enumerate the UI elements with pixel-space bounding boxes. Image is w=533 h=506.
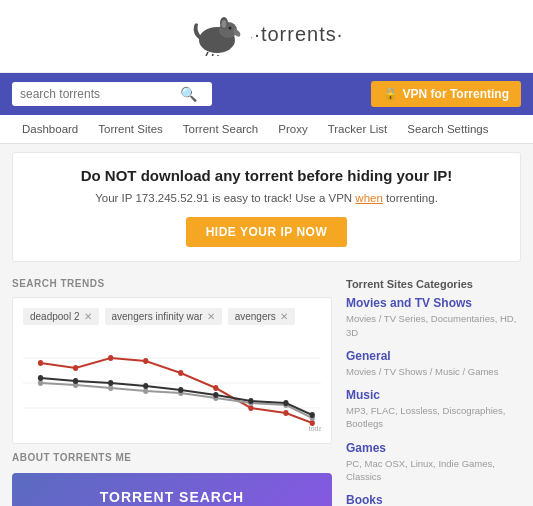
cat-link-1[interactable]: General [346, 349, 521, 363]
logo-text: ··torrents· [250, 23, 344, 46]
cat-item-1: General Movies / TV Shows / Music / Game… [346, 349, 521, 378]
svg-point-34 [213, 392, 218, 398]
about-box: TORRENT SEARCH Torrents.me combines popu… [12, 473, 332, 506]
warning-banner: Do NOT download any torrent before hidin… [12, 152, 521, 262]
cat-desc-2: MP3, FLAC, Lossless, Discographies, Boot… [346, 404, 521, 431]
chart-line-gray [41, 383, 313, 418]
search-input[interactable] [20, 87, 180, 101]
search-input-wrap: 🔍 [12, 82, 212, 106]
logo-icon [190, 12, 244, 56]
cat-desc-3: PC, Mac OSX, Linux, Indie Games, Classic… [346, 457, 521, 484]
nav-item-settings[interactable]: Search Settings [397, 115, 498, 143]
cat-desc-1: Movies / TV Shows / Music / Games [346, 365, 521, 378]
nav-item-search[interactable]: Torrent Search [173, 115, 268, 143]
cat-desc-0: Movies / TV Series, Documentaries, HD, 3… [346, 312, 521, 339]
trend-tag-1: avengers infinity war ✕ [105, 308, 222, 325]
search-button[interactable]: 🔍 [180, 86, 197, 102]
trend-remove-1[interactable]: ✕ [207, 311, 215, 322]
nav-list: Dashboard Torrent Sites Torrent Search P… [12, 115, 521, 143]
trends-box: deadpool 2 ✕ avengers infinity war ✕ ave… [12, 297, 332, 444]
header: ··torrents· [0, 0, 533, 73]
svg-point-31 [108, 380, 113, 386]
trend-tag-label-1: avengers infinity war [112, 311, 203, 322]
svg-text:today: today [309, 424, 321, 433]
chart-line-dark [41, 378, 313, 415]
svg-point-12 [73, 365, 78, 371]
left-column: SEARCH TRENDS deadpool 2 ✕ avengers infi… [12, 270, 332, 506]
vpn-link[interactable]: when [355, 192, 383, 204]
svg-line-5 [206, 52, 208, 56]
about-section-title: ABOUT TORRENTS ME [12, 452, 332, 463]
cat-link-2[interactable]: Music [346, 388, 521, 402]
vpn-button-label: VPN for Torrenting [403, 87, 509, 101]
hide-ip-button[interactable]: HIDE YOUR IP NOW [186, 217, 348, 247]
chart-svg: today [23, 333, 321, 433]
trend-tag-2: avengers ✕ [228, 308, 295, 325]
svg-point-3 [221, 20, 226, 28]
svg-point-37 [310, 412, 315, 418]
svg-point-33 [178, 387, 183, 393]
svg-point-36 [283, 400, 288, 406]
trend-tag-label-2: avengers [235, 311, 276, 322]
about-title: TORRENT SEARCH [28, 489, 316, 505]
svg-point-35 [248, 398, 253, 404]
trend-remove-2[interactable]: ✕ [280, 311, 288, 322]
cat-item-4: Books E-Books, Audiobooks, Magazines, Tu… [346, 493, 521, 506]
svg-point-32 [143, 383, 148, 389]
cat-item-2: Music MP3, FLAC, Lossless, Discographies… [346, 388, 521, 431]
cat-link-4[interactable]: Books [346, 493, 521, 506]
nav-item-tracker[interactable]: Tracker List [318, 115, 398, 143]
trends-section-title: SEARCH TRENDS [12, 278, 332, 289]
svg-point-30 [73, 378, 78, 384]
svg-point-15 [178, 370, 183, 376]
trend-remove-0[interactable]: ✕ [84, 311, 92, 322]
svg-point-13 [108, 355, 113, 361]
nav-item-proxy[interactable]: Proxy [268, 115, 317, 143]
cat-item-0: Movies and TV Shows Movies / TV Series, … [346, 296, 521, 339]
search-bar-row: 🔍 🔒 VPN for Torrenting [0, 73, 533, 115]
svg-point-4 [228, 27, 231, 30]
main-layout: SEARCH TRENDS deadpool 2 ✕ avengers infi… [0, 270, 533, 506]
trends-chart: today [23, 333, 321, 433]
trend-tag-0: deadpool 2 ✕ [23, 308, 99, 325]
svg-line-6 [212, 54, 213, 56]
vpn-button[interactable]: 🔒 VPN for Torrenting [371, 81, 521, 107]
warning-text: Your IP 173.245.52.91 is easy to track! … [33, 190, 500, 207]
warning-title: Do NOT download any torrent before hidin… [33, 167, 500, 184]
nav: Dashboard Torrent Sites Torrent Search P… [0, 115, 533, 144]
svg-point-18 [283, 410, 288, 416]
nav-item-dashboard[interactable]: Dashboard [12, 115, 88, 143]
svg-point-16 [213, 385, 218, 391]
cat-link-3[interactable]: Games [346, 441, 521, 455]
svg-point-14 [143, 358, 148, 364]
trends-tags: deadpool 2 ✕ avengers infinity war ✕ ave… [23, 308, 321, 325]
trend-tag-label-0: deadpool 2 [30, 311, 80, 322]
vpn-icon: 🔒 [383, 87, 398, 101]
cat-link-0[interactable]: Movies and TV Shows [346, 296, 521, 310]
right-column: Torrent Sites Categories Movies and TV S… [346, 270, 521, 506]
nav-item-sites[interactable]: Torrent Sites [88, 115, 173, 143]
categories-title: Torrent Sites Categories [346, 278, 521, 290]
logo-area: ··torrents· [0, 12, 533, 56]
cat-item-3: Games PC, Mac OSX, Linux, Indie Games, C… [346, 441, 521, 484]
svg-point-29 [38, 375, 43, 381]
svg-point-11 [38, 360, 43, 366]
